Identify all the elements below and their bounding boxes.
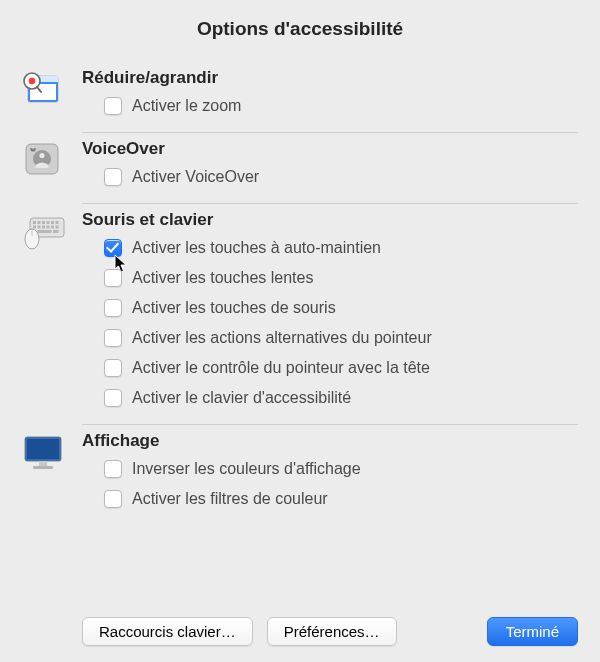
option-color-filters: Activer les filtres de couleur bbox=[104, 487, 578, 511]
section-zoom-heading: Réduire/agrandir bbox=[82, 68, 578, 88]
svg-rect-13 bbox=[33, 221, 36, 224]
checkbox-accessibility-keyboard[interactable] bbox=[104, 389, 122, 407]
checkbox-color-filters[interactable] bbox=[104, 490, 122, 508]
svg-rect-20 bbox=[38, 226, 41, 229]
svg-rect-23 bbox=[51, 226, 54, 229]
svg-rect-27 bbox=[53, 230, 59, 233]
option-mouse-keys-label: Activer les touches de souris bbox=[132, 296, 336, 320]
option-color-filters-label: Activer les filtres de couleur bbox=[132, 487, 328, 511]
sections: Réduire/agrandir Activer le zoom bbox=[22, 62, 578, 517]
option-sticky-keys: Activer les touches à auto-maintien bbox=[104, 236, 578, 260]
svg-rect-32 bbox=[39, 461, 47, 466]
option-accessibility-keyboard-label: Activer le clavier d'accessibilité bbox=[132, 386, 351, 410]
option-slow-keys: Activer les touches lentes bbox=[104, 266, 578, 290]
checkbox-alt-pointer[interactable] bbox=[104, 329, 122, 347]
option-voiceover-activate: Activer VoiceOver bbox=[104, 165, 578, 189]
option-zoom-activate: Activer le zoom bbox=[104, 94, 578, 118]
checkbox-invert-colors[interactable] bbox=[104, 460, 122, 478]
option-sticky-keys-label: Activer les touches à auto-maintien bbox=[132, 236, 381, 260]
option-zoom-activate-label: Activer le zoom bbox=[132, 94, 241, 118]
option-head-pointer: Activer le contrôle du pointeur avec la … bbox=[104, 356, 578, 380]
section-zoom: Réduire/agrandir Activer le zoom bbox=[22, 62, 578, 124]
svg-rect-19 bbox=[33, 226, 36, 229]
svg-rect-14 bbox=[38, 221, 41, 224]
option-mouse-keys: Activer les touches de souris bbox=[104, 296, 578, 320]
svg-rect-11 bbox=[33, 145, 34, 149]
svg-point-4 bbox=[29, 78, 35, 84]
option-head-pointer-label: Activer le contrôle du pointeur avec la … bbox=[132, 356, 430, 380]
svg-rect-15 bbox=[42, 221, 45, 224]
section-mouse-keyboard: Souris et clavier Activer les touches à … bbox=[22, 204, 578, 416]
accessibility-options-window: Options d'accessibilité Réduire/agrandir… bbox=[0, 0, 600, 662]
section-display-heading: Affichage bbox=[82, 431, 578, 451]
svg-point-8 bbox=[39, 153, 44, 158]
checkbox-head-pointer[interactable] bbox=[104, 359, 122, 377]
checkbox-slow-keys[interactable] bbox=[104, 269, 122, 287]
svg-rect-33 bbox=[33, 466, 53, 469]
option-alt-pointer-label: Activer les actions alternatives du poin… bbox=[132, 326, 432, 350]
preferences-button[interactable]: Préférences… bbox=[267, 617, 397, 646]
checkbox-zoom-activate[interactable] bbox=[104, 97, 122, 115]
mouse-keyboard-icon bbox=[22, 210, 82, 250]
section-mouse-keyboard-heading: Souris et clavier bbox=[82, 210, 578, 230]
zoom-icon bbox=[22, 68, 82, 106]
option-accessibility-keyboard: Activer le clavier d'accessibilité bbox=[104, 386, 578, 410]
svg-rect-21 bbox=[42, 226, 45, 229]
footer: Raccourcis clavier… Préférences… Terminé bbox=[22, 597, 578, 646]
option-slow-keys-label: Activer les touches lentes bbox=[132, 266, 313, 290]
svg-rect-24 bbox=[56, 226, 59, 229]
display-icon bbox=[22, 431, 82, 471]
svg-rect-31 bbox=[27, 439, 59, 459]
section-voiceover-heading: VoiceOver bbox=[82, 139, 578, 159]
option-voiceover-activate-label: Activer VoiceOver bbox=[132, 165, 259, 189]
svg-rect-22 bbox=[47, 226, 50, 229]
checkbox-sticky-keys[interactable] bbox=[104, 239, 122, 257]
page-title: Options d'accessibilité bbox=[22, 18, 578, 40]
svg-rect-18 bbox=[56, 221, 59, 224]
section-voiceover: VoiceOver Activer VoiceOver bbox=[22, 133, 578, 195]
keyboard-shortcuts-button[interactable]: Raccourcis clavier… bbox=[82, 617, 253, 646]
checkbox-voiceover-activate[interactable] bbox=[104, 168, 122, 186]
svg-rect-26 bbox=[38, 230, 52, 233]
section-display: Affichage Inverser les couleurs d'affich… bbox=[22, 425, 578, 517]
done-button[interactable]: Terminé bbox=[487, 617, 578, 646]
voiceover-icon bbox=[22, 139, 82, 177]
checkbox-mouse-keys[interactable] bbox=[104, 299, 122, 317]
svg-rect-16 bbox=[47, 221, 50, 224]
svg-rect-17 bbox=[51, 221, 54, 224]
option-alt-pointer: Activer les actions alternatives du poin… bbox=[104, 326, 578, 350]
option-invert-colors: Inverser les couleurs d'affichage bbox=[104, 457, 578, 481]
option-invert-colors-label: Inverser les couleurs d'affichage bbox=[132, 457, 361, 481]
